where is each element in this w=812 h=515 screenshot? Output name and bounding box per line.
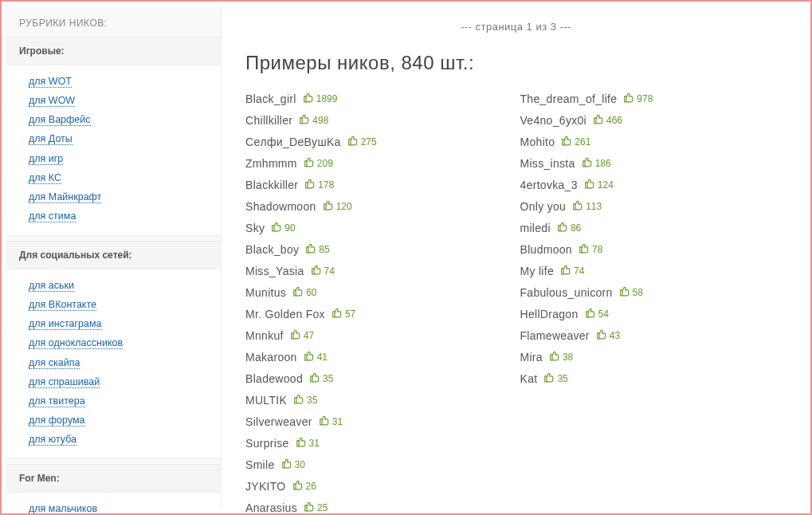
sidebar-link[interactable]: для твитера [29,395,85,407]
sidebar-link[interactable]: для спрашивай [29,376,100,388]
nick-name[interactable]: The_dream_of_life [520,92,618,105]
nick-row: Miss_Yasia74 [245,264,512,277]
nick-name[interactable]: Mr. Golden Fox [245,308,325,320]
nick-name[interactable]: Shadowmoon [245,200,316,213]
sidebar-link[interactable]: для Доты [29,133,73,145]
nick-name[interactable]: Chillkiller [245,114,292,127]
like-button[interactable]: 74 [560,264,584,277]
thumbs-up-icon [304,501,315,513]
thumbs-up-icon [584,178,595,191]
sidebar-link[interactable]: для КС [29,172,61,184]
nick-name[interactable]: MULTIK [245,394,287,407]
like-button[interactable]: 30 [281,458,305,471]
like-button[interactable]: 86 [557,221,581,234]
like-count: 113 [586,201,602,212]
nick-name[interactable]: Munitus [245,286,286,299]
sidebar-link[interactable]: для ютуба [29,434,76,446]
like-button[interactable]: 186 [582,156,611,170]
like-button[interactable]: 85 [305,242,329,256]
like-button[interactable]: 60 [292,285,316,299]
like-button[interactable]: 78 [579,242,602,256]
sidebar-link[interactable]: для игр [29,153,63,165]
nick-name[interactable]: Only you [520,200,567,213]
nick-name[interactable]: Fabulous_unicorn [520,286,613,299]
nick-name[interactable]: My life [520,265,555,277]
like-button[interactable]: 43 [596,328,620,342]
nick-name[interactable]: Mira [520,351,543,364]
sidebar-link[interactable]: для аськи [29,280,74,292]
nick-name[interactable]: Black_girl [245,92,296,105]
sidebar-link[interactable]: для WOW [29,95,75,107]
nick-name[interactable]: JYKITO [245,480,286,493]
sidebar-link[interactable]: для WOT [29,76,72,88]
like-count: 30 [295,459,305,470]
nick-name[interactable]: Sky [245,222,265,234]
nick-name[interactable]: Silverweaver [245,415,312,428]
nick-name[interactable]: HellDragon [520,308,579,320]
sidebar-link[interactable]: для Варфейс [29,114,91,126]
sidebar-link[interactable]: для стима [29,210,76,222]
sidebar-link[interactable]: для ВКонтакте [29,299,96,311]
like-button[interactable]: 466 [593,113,622,127]
sidebar-link[interactable]: для скайпа [29,357,80,369]
nick-name[interactable]: Zmhmmm [245,157,297,170]
nick-row: Kat35 [520,372,787,385]
nick-name[interactable]: Mohito [520,136,555,148]
like-button[interactable]: 113 [572,199,602,213]
nick-name[interactable]: Flameweaver [520,329,590,342]
nick-row: Ve4no_6yx0i466 [520,113,787,127]
sidebar-link[interactable]: для форума [29,415,85,427]
nick-name[interactable]: Mnnkuf [245,329,284,342]
like-button[interactable]: 498 [299,113,328,127]
nick-name[interactable]: Miss_Yasia [245,265,304,277]
like-button[interactable]: 120 [323,199,352,213]
like-button[interactable]: 25 [304,501,328,513]
nick-row: Mira38 [520,350,787,364]
like-button[interactable]: 31 [319,415,343,428]
nick-name[interactable]: Miss_insta [520,157,575,170]
nick-name[interactable]: Smile [245,458,275,471]
nick-name[interactable]: Surprise [245,437,289,450]
like-button[interactable]: 74 [311,264,335,277]
like-button[interactable]: 35 [543,372,567,385]
like-button[interactable]: 90 [271,221,295,234]
nick-name[interactable]: Anarasius [245,501,297,514]
nick-name[interactable]: Ve4no_6yx0i [520,114,586,127]
nick-name[interactable]: Black_boy [245,243,299,256]
like-button[interactable]: 978 [623,92,653,105]
nick-name[interactable]: Bludmoon [520,243,572,256]
like-button[interactable]: 275 [347,135,377,148]
nick-name[interactable]: Kat [520,372,538,385]
like-button[interactable]: 35 [309,372,333,385]
like-button[interactable]: 124 [584,178,614,191]
like-button[interactable]: 41 [304,350,328,364]
page-frame: РУБРИКИ НИКОВ: Игровые:для WOTдля WOWдля… [0,0,812,515]
like-count: 31 [332,416,343,427]
thumbs-up-icon [623,92,634,105]
like-button[interactable]: 38 [549,350,573,364]
nick-name[interactable]: Makaroon [245,351,297,364]
like-button[interactable]: 26 [292,479,316,493]
like-button[interactable]: 35 [293,393,317,407]
like-button[interactable]: 1899 [303,92,338,105]
nick-row: Surprise31 [245,436,512,450]
nick-name[interactable]: Bladewood [245,372,303,385]
like-button[interactable]: 47 [290,328,314,342]
like-button[interactable]: 178 [304,178,334,191]
like-button[interactable]: 261 [561,135,590,148]
nick-name[interactable]: Ceлфи_DeByшKa [245,136,341,148]
like-button[interactable]: 58 [619,285,643,299]
nick-name[interactable]: miledi [520,222,551,234]
sidebar-link[interactable]: для инстаграма [29,318,102,330]
thumbs-up-icon [579,242,590,256]
like-button[interactable]: 57 [331,307,355,320]
like-button[interactable]: 209 [304,156,333,170]
nick-name[interactable]: Blackkiller [245,179,298,191]
nick-name[interactable]: 4ertovka_3 [520,179,578,191]
like-button[interactable]: 31 [296,436,320,450]
sidebar-link[interactable]: для Майнкрафт [29,191,101,203]
like-count: 186 [595,158,611,169]
sidebar-link[interactable]: для мальчиков [29,503,97,515]
like-button[interactable]: 54 [585,307,609,320]
sidebar-link[interactable]: для одноклассников [29,337,123,349]
